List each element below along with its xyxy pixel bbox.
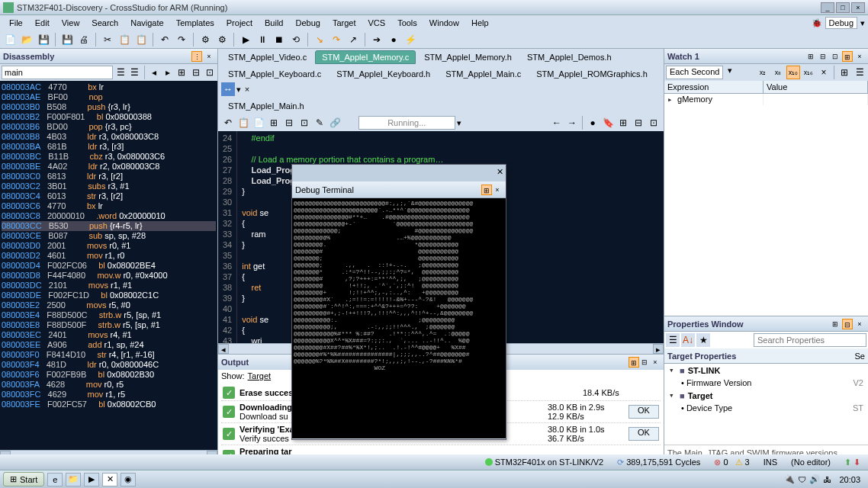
tool-button[interactable]: ⚡ — [403, 33, 417, 47]
menu-target[interactable]: Target — [326, 17, 362, 29]
output-pin-icon[interactable]: ⊟ — [639, 357, 650, 368]
disassembly-search-input[interactable] — [2, 66, 113, 79]
dropdown-icon[interactable]: ▾ — [860, 18, 865, 28]
prop-group[interactable]: ▾■ ST-LINK — [664, 364, 868, 377]
code-line[interactable]: // Load a memory portion that contains a… — [242, 154, 659, 165]
link-up-icon[interactable]: ⬆ — [844, 458, 851, 467]
save-button[interactable]: 💾 — [37, 33, 50, 47]
watch-x8-icon[interactable]: x₈ — [771, 66, 785, 79]
link-icon[interactable]: 🔗 — [328, 116, 342, 130]
disasm-line[interactable]: 080003EC 2401 movs r4, #1 — [2, 330, 216, 340]
disasm-line[interactable]: 080003C4 6013 str r3, [r2] — [2, 191, 216, 201]
props-close-icon[interactable]: × — [854, 319, 865, 329]
tool-b-icon[interactable]: 📋 — [236, 116, 250, 130]
split2-icon[interactable]: ⊟ — [632, 116, 645, 130]
tool-f-icon[interactable]: ⊡ — [297, 116, 311, 130]
debug-terminal-content[interactable]: @@@@@@@@@@@@@@@@@@@@@@@@@#:,,;,`&#@@@@@@… — [292, 198, 506, 438]
menu-project[interactable]: Project — [220, 17, 259, 29]
disasm-line[interactable]: 080003D0 2001 movs r0, #1 — [2, 241, 216, 251]
tool-c-icon[interactable]: 📄 — [252, 116, 265, 130]
menu-navigate[interactable]: Navigate — [124, 17, 169, 29]
step-over-button[interactable]: ↷ — [330, 33, 343, 47]
output-show-select[interactable]: Target — [248, 371, 272, 380]
restart-button[interactable]: ⟲ — [289, 33, 303, 47]
go-button[interactable]: ▶ — [239, 33, 252, 47]
nav-fwd-icon[interactable]: → — [565, 116, 579, 130]
tool-a-icon[interactable]: ↶ — [221, 116, 235, 130]
disasm-line[interactable]: 080003CC B530 push {r4-r5, lr} — [2, 221, 216, 231]
task-crossstudio-icon[interactable]: ✕ — [102, 473, 117, 486]
build-button[interactable]: ⚙ — [198, 33, 212, 47]
step-into-button[interactable]: ↘ — [313, 33, 326, 47]
watch-tool1-icon[interactable]: ⊞ — [805, 51, 816, 62]
watch-x2-icon[interactable]: x₂ — [756, 66, 770, 79]
tool3-icon[interactable]: ⊡ — [204, 66, 216, 79]
dt-close-icon[interactable]: ✕ — [497, 167, 503, 176]
task-media-icon[interactable]: ▶ — [84, 473, 99, 486]
prop-item[interactable]: • Device TypeST — [664, 402, 868, 414]
props-star-icon[interactable]: ★ — [696, 333, 710, 347]
disasm-line[interactable]: 080003D4 F002FC06 bl 0x08002BE4 — [2, 261, 216, 271]
properties-tree[interactable]: ▾■ ST-LINK• Firmware VersionV2▾■ Target•… — [664, 364, 868, 445]
menu-vcs[interactable]: VCS — [362, 17, 392, 29]
pause-button[interactable]: ⏸ — [256, 33, 269, 47]
disasm-line[interactable]: 080003C0 6813 ldr r3, [r2] — [2, 172, 216, 181]
disasm-line[interactable]: 080003F0 F8414D10 str r4, [r1, #-16] — [2, 350, 216, 360]
disasm-line[interactable]: 080003B8 4B03 ldr r3, 0x080003C8 — [2, 132, 216, 142]
prop-group[interactable]: ▾■ Target — [664, 389, 868, 402]
redo-button[interactable]: ↷ — [175, 33, 188, 47]
disasm-line[interactable]: 080003E8 F88D500F strb.w r5, [sp, #1 — [2, 320, 216, 330]
disasm-line[interactable]: 080003DE F002FC1D bl 0x08002C1C — [2, 291, 216, 300]
disasm-line[interactable]: 080003EE A906 add r1, sp, #24 — [2, 340, 216, 350]
prop-item[interactable]: • Firmware VersionV2 — [664, 377, 868, 389]
menu-tools[interactable]: Tools — [391, 17, 423, 29]
disasm-line[interactable]: 080003C2 3B01 subs r3, #1 — [2, 181, 216, 191]
disasm-line[interactable]: 080003D2 4601 mov r1, r0 — [2, 251, 216, 261]
columns2-icon[interactable]: ☰ — [128, 66, 140, 79]
tool-e-icon[interactable]: ⊟ — [282, 116, 296, 130]
task-ie-icon[interactable]: e — [47, 473, 63, 486]
props-az-icon[interactable]: A↓ — [681, 333, 695, 347]
nav-prev-icon[interactable]: ◂ — [147, 66, 159, 79]
menu-file[interactable]: File — [3, 17, 29, 29]
disasm-line[interactable]: 080003B2 F000F801 bl 0x08000388 — [2, 112, 216, 122]
tab-stm-applei-keyboard-c[interactable]: STM_AppleI_Keyboard.c — [221, 67, 328, 81]
copy-button[interactable]: 📋 — [117, 33, 131, 47]
menu-templates[interactable]: Templates — [170, 17, 220, 29]
output-close-icon[interactable]: × — [650, 357, 661, 368]
tab-stm-applei-keyboard-h[interactable]: STM_AppleI_Keyboard.h — [330, 67, 437, 81]
debug-terminal-header[interactable]: Debug Terminal ⊞ × — [292, 181, 506, 198]
disasm-line[interactable]: 080003BA 681B ldr r3, [r3] — [2, 142, 216, 152]
columns-icon[interactable]: ☰ — [114, 66, 127, 79]
disassembly-listing[interactable]: 080003AC 4770 bx lr080003AE BF00 nop 080… — [0, 81, 217, 450]
tray-clock[interactable]: 20:03 — [834, 475, 865, 484]
menu-help[interactable]: Help — [465, 17, 495, 29]
bp-toggle-icon[interactable]: ● — [586, 116, 600, 130]
output-options-icon[interactable]: ⊞ — [628, 357, 639, 368]
breakpoint-button[interactable]: ● — [387, 33, 400, 47]
tab-stm-applei-memory-c[interactable]: STM_AppleI_Memory.c — [315, 50, 416, 64]
paste-button[interactable]: 📋 — [134, 33, 148, 47]
tab-stm-applei-romgraphics-h[interactable]: STM_AppleI_ROMGraphics.h — [529, 67, 654, 81]
nav-back-icon[interactable]: ← — [550, 116, 564, 130]
tray-update-icon[interactable]: 🛡 — [798, 475, 806, 484]
disasm-line[interactable]: 080003AC 4770 bx lr — [2, 82, 216, 92]
tab-stm-applei-main-h[interactable]: STM_AppleI_Main.h — [221, 99, 311, 113]
debug-terminal-window[interactable]: ✕ Debug Terminal ⊞ × @@@@@@@@@@@@@@@@@@@… — [291, 164, 506, 440]
disasm-line[interactable]: 080003B0 B508 push {r3, lr} — [2, 102, 216, 112]
bookmark-icon[interactable]: 🔖 — [601, 116, 615, 130]
run-to-button[interactable]: ➔ — [370, 33, 384, 47]
watch-del-icon[interactable]: × — [817, 66, 831, 79]
start-button[interactable]: ⊞ Start — [3, 472, 44, 486]
watch-grid-icon[interactable]: ⊞ — [837, 66, 851, 79]
maximize-button[interactable]: □ — [836, 2, 850, 13]
disasm-line[interactable]: 080003E4 F88D500C strb.w r5, [sp, #1 — [2, 310, 216, 320]
watch-col-expression[interactable]: Expression — [664, 81, 764, 93]
rebuild-button[interactable]: ⚙ — [215, 33, 229, 47]
dropdown-icon[interactable]: ▾ — [728, 66, 732, 79]
watch-col-value[interactable]: Value — [764, 81, 868, 93]
print-button[interactable]: 🖨 — [77, 33, 91, 47]
dt-close2-icon[interactable]: × — [492, 185, 503, 195]
menu-window[interactable]: Window — [423, 17, 465, 29]
tabs-close-icon[interactable]: × — [243, 85, 252, 94]
